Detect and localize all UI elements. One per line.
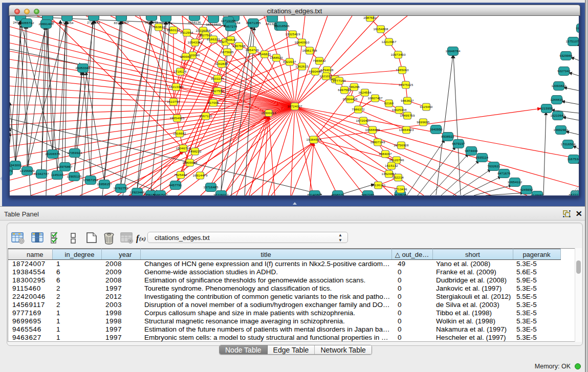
svg-text:19218506: 19218506: [274, 24, 289, 28]
svg-text:9329966: 9329966: [559, 54, 573, 57]
svg-text:16640910: 16640910: [294, 40, 309, 44]
svg-text:9427552: 9427552: [211, 89, 224, 93]
svg-text:1588520: 1588520: [270, 56, 283, 59]
svg-text:2935114: 2935114: [475, 156, 488, 159]
svg-text:26053346: 26053346: [75, 66, 90, 70]
svg-text:15692901: 15692901: [553, 128, 568, 132]
svg-text:9463627: 9463627: [401, 99, 414, 102]
svg-text:12156829: 12156829: [19, 169, 34, 172]
svg-text:16120746: 16120746: [389, 158, 404, 162]
svg-text:7625402: 7625402: [174, 173, 187, 177]
svg-text:7632621: 7632621: [487, 164, 500, 168]
svg-text:12213967: 12213967: [381, 40, 396, 43]
svg-text:9777169: 9777169: [333, 79, 346, 82]
svg-text:16914479: 16914479: [192, 173, 207, 177]
svg-text:16154808: 16154808: [373, 27, 388, 31]
svg-text:12905135: 12905135: [67, 174, 81, 178]
svg-text:10973493: 10973493: [390, 53, 405, 56]
svg-text:19654925: 19654925: [169, 116, 184, 120]
svg-text:1112345: 1112345: [576, 26, 579, 30]
svg-text:17016504: 17016504: [560, 142, 575, 146]
svg-text:10654112: 10654112: [508, 180, 522, 184]
svg-text:7485063: 7485063: [396, 68, 409, 72]
svg-text:8938923: 8938923: [441, 135, 454, 138]
svg-text:1610757: 1610757: [167, 100, 180, 103]
svg-text:4668136: 4668136: [188, 20, 201, 24]
svg-text:18807249: 18807249: [370, 140, 385, 144]
svg-text:1916682: 1916682: [173, 132, 186, 135]
svg-text:(x): (x): [139, 235, 146, 242]
svg-text:13325419: 13325419: [285, 32, 300, 36]
svg-text:14495759: 14495759: [400, 114, 415, 117]
svg-text:3875685: 3875685: [221, 50, 234, 54]
svg-text:9699695: 9699695: [417, 120, 430, 124]
svg-text:10025438: 10025438: [391, 108, 406, 112]
svg-text:2367608: 2367608: [232, 44, 246, 48]
svg-text:9084067: 9084067: [379, 152, 392, 156]
svg-text:1615132: 1615132: [385, 164, 398, 167]
svg-text:6794028: 6794028: [320, 68, 334, 72]
svg-text:13975867: 13975867: [57, 165, 72, 168]
svg-text:9146821: 9146821: [258, 52, 271, 56]
svg-text:12093822: 12093822: [551, 84, 566, 87]
svg-text:10807487: 10807487: [367, 96, 382, 100]
svg-text:1167534: 1167534: [567, 157, 579, 161]
svg-text:2087682: 2087682: [363, 16, 377, 19]
svg-text:1498222: 1498222: [188, 149, 202, 153]
svg-text:8454749: 8454749: [246, 48, 259, 52]
svg-text:6497568: 6497568: [338, 88, 351, 92]
svg-text:1145197: 1145197: [51, 173, 63, 177]
svg-text:20206576: 20206576: [45, 152, 60, 156]
svg-text:8031144: 8031144: [211, 77, 224, 80]
svg-text:16648784: 16648784: [445, 49, 460, 53]
svg-text:16033809: 16033809: [206, 23, 221, 26]
svg-text:17359924: 17359924: [67, 151, 82, 155]
svg-text:14055712: 14055712: [19, 21, 34, 25]
svg-text:3215958: 3215958: [540, 106, 553, 110]
svg-text:1640950: 1640950: [429, 127, 443, 131]
svg-text:12342737: 12342737: [34, 172, 49, 176]
svg-text:16958157: 16958157: [97, 182, 112, 186]
svg-text:2719583: 2719583: [87, 20, 100, 24]
svg-text:6990448: 6990448: [309, 70, 322, 73]
svg-text:9242848: 9242848: [215, 62, 228, 65]
svg-text:62160: 62160: [384, 101, 394, 105]
svg-text:10688609: 10688609: [365, 128, 380, 132]
svg-text:1244415: 1244415: [550, 98, 563, 101]
svg-text:9115460: 9115460: [420, 105, 432, 108]
svg-text:16782759: 16782759: [113, 186, 128, 190]
svg-text:15751074: 15751074: [565, 39, 579, 43]
svg-text:9227342: 9227342: [557, 69, 571, 73]
svg-text:12975115: 12975115: [399, 83, 413, 86]
svg-text:18724007: 18724007: [287, 104, 302, 108]
svg-text:7986372: 7986372: [352, 107, 365, 111]
svg-text:9457791: 9457791: [169, 183, 182, 187]
svg-text:17957253: 17957253: [83, 178, 98, 182]
svg-text:16210643: 16210643: [550, 114, 565, 117]
svg-text:15716485: 15716485: [203, 185, 218, 189]
svg-text:8322037: 8322037: [283, 60, 296, 63]
svg-text:83197857: 83197857: [114, 21, 128, 25]
svg-text:391571: 391571: [10, 169, 13, 172]
svg-text:12923448: 12923448: [129, 190, 144, 194]
svg-text:252214: 252214: [393, 176, 404, 179]
svg-text:1713436: 1713436: [394, 187, 407, 191]
svg-text:7663822: 7663822: [152, 25, 165, 29]
svg-text:16809948: 16809948: [182, 161, 197, 164]
svg-text:20691406: 20691406: [38, 22, 53, 26]
svg-text:7955812: 7955812: [313, 59, 326, 62]
svg-text:8660124: 8660124: [167, 28, 180, 32]
svg-text:10671355: 10671355: [246, 21, 260, 25]
svg-text:20756928: 20756928: [394, 143, 408, 147]
svg-text:10543362: 10543362: [187, 40, 202, 44]
svg-text:14136141: 14136141: [371, 183, 385, 187]
svg-text:19384554: 19384554: [306, 138, 321, 141]
svg-text:15720407: 15720407: [356, 119, 371, 122]
svg-text:8912954: 8912954: [180, 31, 193, 34]
svg-text:817006: 817006: [208, 101, 219, 104]
svg-text:4744854: 4744854: [60, 21, 74, 25]
svg-text:9474444: 9474444: [465, 149, 478, 152]
svg-text:3624554: 3624554: [358, 91, 372, 94]
svg-text:3267110: 3267110: [199, 114, 212, 118]
svg-text:13654923: 13654923: [399, 128, 413, 132]
